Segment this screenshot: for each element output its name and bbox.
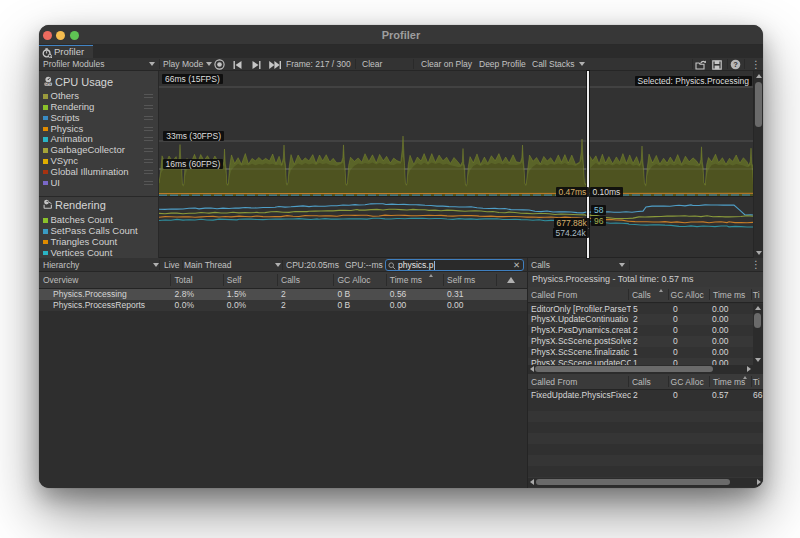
svg-text:?: ? — [733, 60, 738, 69]
svg-text:CPU: CPU — [45, 82, 51, 86]
